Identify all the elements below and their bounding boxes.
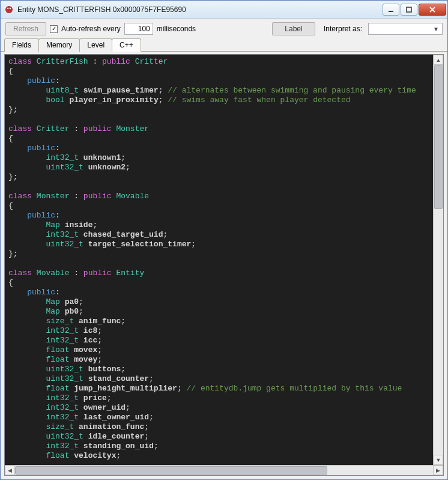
interpret-as-combo[interactable]: ▾ [368,23,443,35]
tab-bar: Fields Memory Level C++ [1,38,447,52]
scroll-left-arrow-icon[interactable]: ◀ [5,466,15,475]
scroll-track[interactable] [434,65,443,455]
app-icon [4,5,14,14]
scroll-thumb[interactable] [434,65,443,209]
toolbar: Refresh Auto-refresh every 100 milliseco… [1,19,447,38]
interval-unit-label: milliseconds [157,25,196,33]
window-title: Entity MONS_CRITTERFISH 0x0000075F7FE956… [17,5,383,14]
auto-refresh-checkbox[interactable] [50,25,58,33]
content-area: class CritterFish : public Critter { pub… [1,52,447,479]
svg-point-1 [7,7,9,9]
svg-point-0 [5,6,13,13]
scroll-down-arrow-icon[interactable]: ▼ [434,455,443,465]
scroll-right-arrow-icon[interactable]: ▶ [433,466,443,475]
titlebar[interactable]: Entity MONS_CRITTERFISH 0x0000075F7FE956… [1,1,447,19]
vertical-scrollbar[interactable]: ▲ ▼ [433,55,443,465]
tab-memory[interactable]: Memory [38,38,80,52]
window: Entity MONS_CRITTERFISH 0x0000075F7FE956… [0,0,448,480]
maximize-button[interactable] [401,4,417,16]
interpret-as-label: Interpret as: [324,25,362,33]
tab-fields[interactable]: Fields [4,38,39,52]
code-editor[interactable]: class CritterFish : public Critter { pub… [5,55,433,465]
refresh-button[interactable]: Refresh [5,22,46,35]
scroll-thumb-h[interactable] [15,466,327,475]
tab-cpp[interactable]: C++ [112,38,141,52]
svg-point-2 [10,7,11,9]
minimize-button[interactable] [383,4,399,16]
label-button[interactable]: Label [272,22,315,35]
svg-rect-4 [407,7,411,12]
tab-level[interactable]: Level [79,38,112,52]
svg-rect-3 [389,11,393,12]
scroll-track-h[interactable] [15,466,433,475]
interval-input[interactable]: 100 [124,23,153,35]
auto-refresh-label: Auto-refresh every [61,25,121,33]
code-panel: class CritterFish : public Critter { pub… [4,54,444,476]
horizontal-scrollbar[interactable]: ◀ ▶ [5,465,443,475]
chevron-down-icon: ▾ [431,24,441,34]
scroll-up-arrow-icon[interactable]: ▲ [434,55,443,65]
close-button[interactable] [419,4,446,16]
